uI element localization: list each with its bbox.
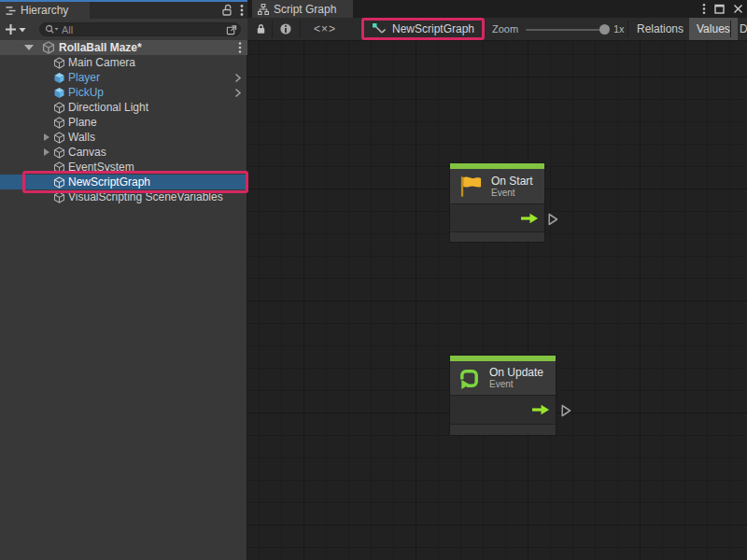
maximize-icon[interactable] [714, 4, 725, 14]
hierarchy-item-label: Directional Light [68, 101, 148, 114]
script-graph-toolbar: <×> NewScriptGraph Zoom 1x Relations Val [247, 18, 747, 41]
unity-editor-window: Hierarchy [0, 0, 747, 560]
node-on-start-output-port[interactable] [548, 213, 558, 226]
script-graph-tab-label: Script Graph [274, 3, 336, 16]
hierarchy-item-plane[interactable]: Plane [0, 115, 247, 130]
hierarchy-panel: Hierarchy [0, 0, 247, 560]
hierarchy-item-label: Player [68, 71, 100, 84]
zoom-slider-handle[interactable] [599, 24, 610, 35]
create-object-button[interactable] [5, 23, 26, 35]
gameobject-cube-icon [52, 175, 65, 189]
hierarchy-item-player[interactable]: Player [0, 70, 247, 85]
graph-pointer-icon [372, 22, 387, 35]
hierarchy-item-pickup[interactable]: PickUp [0, 85, 247, 100]
hierarchy-item-label: PickUp [68, 86, 104, 99]
dropdown-caret-icon [19, 27, 26, 33]
hierarchy-item-label: Plane [68, 116, 97, 129]
unity-logo-icon [42, 41, 55, 54]
trigger-output-arrow-icon[interactable] [521, 213, 539, 224]
script-graph-panel: Script Graph [247, 0, 747, 560]
graph-variables-button[interactable]: <×> [309, 18, 341, 40]
lock-icon [255, 22, 267, 35]
hierarchy-item-label: Canvas [68, 146, 106, 159]
close-icon[interactable] [733, 4, 743, 14]
zoom-label: Zoom [492, 18, 518, 40]
zoom-slider-track[interactable] [526, 29, 607, 31]
prefab-cube-icon [52, 86, 65, 99]
foldout-arrow-icon[interactable] [41, 130, 52, 145]
graph-info-button[interactable] [275, 18, 296, 40]
gameobject-cube-icon [52, 56, 65, 69]
hierarchy-item-label: EventSystem [68, 161, 134, 174]
hierarchy-tab-bar: Hierarchy [0, 0, 247, 19]
node-on-start[interactable]: On Start Event [449, 162, 545, 243]
hierarchy-toolbar [0, 19, 247, 40]
tab-script-graph[interactable]: Script Graph [252, 0, 353, 18]
hierarchy-search-field[interactable] [39, 22, 241, 36]
prefab-expand-chevron-icon[interactable] [234, 88, 242, 98]
search-icon[interactable] [45, 24, 59, 35]
window-menu-kebab-icon[interactable] [702, 3, 706, 15]
gameobject-cube-icon [52, 116, 65, 129]
graph-canvas[interactable]: On Start Event [247, 41, 747, 560]
gameobject-cube-icon [52, 146, 65, 159]
node-header[interactable]: On Update Event [450, 361, 556, 396]
gameobject-cube-icon [52, 161, 65, 174]
hierarchy-menu-kebab-icon[interactable] [240, 4, 244, 17]
graph-lock-button[interactable] [252, 18, 269, 40]
hierarchy-item-label: Walls [68, 131, 95, 144]
prefab-expand-chevron-icon[interactable] [234, 73, 242, 83]
node-subtitle: Event [491, 188, 533, 199]
unlock-icon[interactable] [221, 4, 233, 17]
node-footer [450, 425, 556, 435]
node-body[interactable] [450, 396, 556, 425]
hierarchy-item-directional-light[interactable]: Directional Light [0, 100, 247, 115]
panel-focus-line [0, 0, 247, 2]
plus-icon [5, 23, 17, 35]
foldout-arrow-icon[interactable] [41, 145, 52, 160]
node-header[interactable]: On Start Event [450, 169, 544, 204]
script-graph-tab-bar: Script Graph [247, 0, 747, 18]
gameobject-cube-icon [52, 101, 65, 114]
hierarchy-item-label: VisualScripting SceneVariables [68, 190, 223, 203]
dim-toggle-button[interactable]: Dim [732, 18, 747, 40]
scene-foldout-icon[interactable] [23, 45, 35, 50]
hierarchy-item-label: Main Camera [68, 56, 135, 69]
hierarchy-item-visualscripting-scenevariables[interactable]: VisualScripting SceneVariables [0, 189, 247, 204]
loop-icon [458, 367, 481, 390]
graph-tree-icon [258, 4, 269, 15]
hierarchy-item-label: NewScriptGraph [68, 175, 150, 189]
node-title: On Start [491, 175, 533, 188]
node-on-update-output-port[interactable] [561, 404, 571, 417]
hierarchy-item-canvas[interactable]: Canvas [0, 145, 247, 160]
scene-header-row[interactable]: RollaBall Maze* [0, 40, 247, 55]
node-footer [450, 232, 544, 242]
tab-hierarchy[interactable]: Hierarchy [0, 2, 90, 19]
flag-icon [458, 175, 483, 199]
hierarchy-list-icon [6, 6, 16, 16]
prefab-cube-icon [52, 71, 65, 84]
open-search-window-icon[interactable] [226, 24, 237, 35]
zoom-value: 1x [613, 18, 625, 40]
graph-breadcrumb[interactable]: NewScriptGraph [361, 18, 485, 40]
gameobject-cube-icon [52, 190, 65, 203]
search-input[interactable] [62, 24, 226, 35]
hierarchy-item-eventsystem[interactable]: EventSystem [0, 160, 247, 175]
node-title: On Update [489, 366, 543, 379]
info-icon [279, 22, 292, 35]
variables-glyph: <×> [314, 22, 336, 35]
hierarchy-item-newscriptgraph[interactable]: NewScriptGraph [0, 175, 247, 189]
node-body[interactable] [450, 204, 544, 232]
breadcrumb-graph-name: NewScriptGraph [392, 22, 474, 35]
trigger-output-arrow-icon[interactable] [532, 404, 550, 415]
node-subtitle: Event [489, 379, 543, 390]
node-on-update[interactable]: On Update Event [449, 355, 557, 436]
scene-menu-kebab-icon[interactable] [238, 41, 242, 54]
relations-toggle-button[interactable]: Relations [629, 18, 691, 40]
hierarchy-item-walls[interactable]: Walls [0, 130, 247, 145]
scene-name: RollaBall Maze* [59, 41, 142, 54]
gameobject-cube-icon [52, 131, 65, 144]
hierarchy-item-main-camera[interactable]: Main Camera [0, 55, 247, 70]
hierarchy-tab-label: Hierarchy [21, 4, 68, 17]
